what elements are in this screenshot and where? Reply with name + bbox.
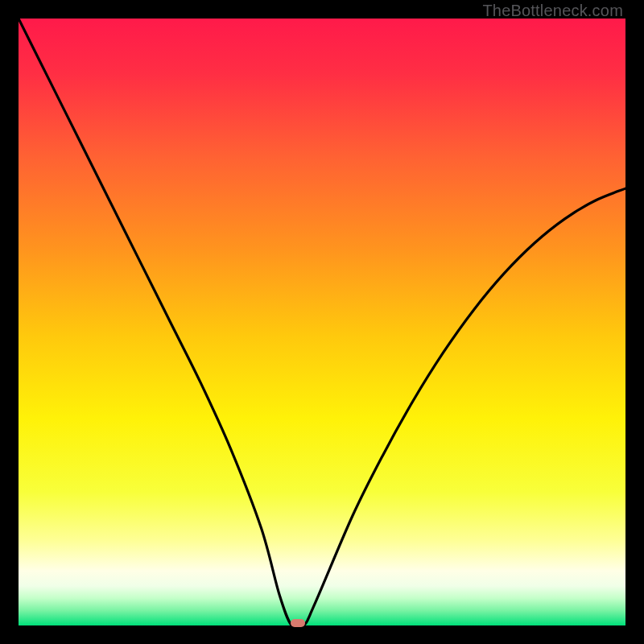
chart-frame [19,19,625,625]
optimal-point-marker [291,619,305,627]
bottleneck-curve [19,19,625,625]
watermark-text: TheBottleneck.com [482,2,623,20]
